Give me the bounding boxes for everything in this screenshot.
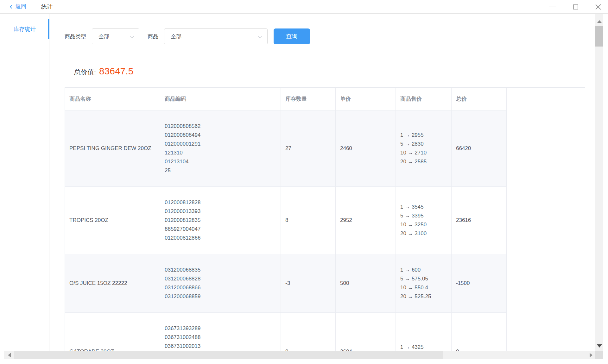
scroll-down-arrow-icon[interactable] xyxy=(597,344,602,348)
vertical-scrollbar-track[interactable] xyxy=(595,14,603,351)
code-line: 036731002488 xyxy=(165,333,200,342)
unit-price-cell: 2460 xyxy=(336,110,396,186)
app-window: 返回 统计 库存统计 商品类型 全部 商品 全部 查询 总价值: 83647.5 xyxy=(0,0,608,364)
back-button[interactable]: 返回 xyxy=(10,3,26,10)
tier-line: 10 → 550.4 xyxy=(400,283,428,292)
product-type-select[interactable]: 全部 xyxy=(92,28,139,44)
total-cell: 23616 xyxy=(452,187,507,254)
chevron-down-icon xyxy=(130,34,134,38)
product-label: 商品 xyxy=(148,33,158,40)
minimize-button[interactable] xyxy=(547,0,559,14)
tier-line: 1 → 4325 xyxy=(400,343,424,352)
close-icon xyxy=(595,3,602,10)
tier-line: 20 → 3100 xyxy=(400,229,427,238)
code-line: 031200068866 xyxy=(165,283,200,292)
code-line: 031200068835 xyxy=(165,266,200,274)
stock-cell: 8 xyxy=(281,187,336,254)
back-label: 返回 xyxy=(16,3,26,10)
code-line: 885927004047 xyxy=(165,225,200,234)
code-line: 036731393289 xyxy=(165,324,200,333)
total-value-line: 总价值: 83647.5 xyxy=(74,66,133,77)
code-line: 25 xyxy=(165,166,171,175)
table-header-row: 商品名称商品编码库存数量单价商品售价总价 xyxy=(65,88,507,110)
tier-line: 5 → 575.05 xyxy=(400,274,428,283)
bottom-spacer xyxy=(0,359,608,364)
vertical-scrollbar-thumb[interactable] xyxy=(595,26,603,47)
product-codes-cell: 0312000688350312000688280312000688660312… xyxy=(160,254,281,312)
scroll-left-arrow-icon[interactable] xyxy=(8,353,11,357)
inventory-table: 商品名称商品编码库存数量单价商品售价总价 PEPSI TING GINGER D… xyxy=(65,87,585,364)
code-line: 121310 xyxy=(165,148,183,157)
page-title: 统计 xyxy=(41,3,53,10)
chevron-left-icon xyxy=(10,5,14,9)
scroll-up-arrow-icon[interactable] xyxy=(597,20,602,23)
tier-line: 1 → 3545 xyxy=(400,203,424,211)
code-line: 012000812828 xyxy=(165,198,200,207)
unit-price-cell: 500 xyxy=(336,254,396,312)
product-name-cell: O/S JUICE 15OZ 22222 xyxy=(65,254,160,312)
code-line: 031200068859 xyxy=(165,292,200,301)
code-line: 036731002013 xyxy=(165,342,200,351)
scrollbar-corner xyxy=(595,351,603,359)
tier-line: 20 → 2585 xyxy=(400,157,427,166)
product-select[interactable]: 全部 xyxy=(164,28,268,44)
code-line: 012000808494 xyxy=(165,131,200,140)
code-line: 01213104 xyxy=(165,157,189,166)
filter-bar: 商品类型 全部 商品 全部 查询 xyxy=(65,28,310,44)
product-name-cell: PEPSI TING GINGER DEW 20OZ xyxy=(65,110,160,186)
total-value: 83647.5 xyxy=(99,66,133,77)
tier-line: 10 → 3250 xyxy=(400,220,427,229)
maximize-button[interactable] xyxy=(570,0,582,14)
product-type-label: 商品类型 xyxy=(65,33,86,40)
maximize-icon xyxy=(573,4,578,9)
code-line: 012000001291 xyxy=(165,140,200,148)
price-tiers-cell: 1 → 6005 → 575.0510 → 550.420 → 525.25 xyxy=(396,254,452,312)
code-line: 012000808562 xyxy=(165,122,200,131)
tier-line: 20 → 525.25 xyxy=(400,292,431,301)
query-button[interactable]: 查询 xyxy=(274,28,310,44)
sidebar-item-inventory-stats[interactable]: 库存统计 xyxy=(14,25,36,33)
column-header: 商品编码 xyxy=(160,88,281,110)
column-header: 总价 xyxy=(452,88,507,110)
scroll-right-arrow-icon[interactable] xyxy=(590,353,592,357)
product-name-cell: TROPICS 20OZ xyxy=(65,187,160,254)
product-codes-cell: 0120008128280120000133930120008128358859… xyxy=(160,187,281,254)
tier-line: 1 → 600 xyxy=(400,266,421,274)
sidebar-divider xyxy=(49,14,49,351)
tier-line: 1 → 2955 xyxy=(400,131,424,140)
table-row: PEPSI TING GINGER DEW 20OZ01200080856201… xyxy=(65,110,507,187)
close-button[interactable] xyxy=(592,0,604,14)
table-row: O/S JUICE 15OZ 2222203120006883503120006… xyxy=(65,254,507,313)
product-type-value: 全部 xyxy=(98,33,109,40)
titlebar: 返回 统计 xyxy=(0,0,608,14)
column-header: 商品名称 xyxy=(65,88,160,110)
column-header: 库存数量 xyxy=(281,88,336,110)
column-header: 商品售价 xyxy=(396,88,452,110)
chevron-down-icon xyxy=(258,34,262,38)
column-header: 单价 xyxy=(336,88,396,110)
tier-line: 10 → 2710 xyxy=(400,148,427,157)
unit-price-cell: 2952 xyxy=(336,187,396,254)
table-filler-column xyxy=(507,88,585,364)
code-line: 012000812866 xyxy=(165,234,200,242)
minimize-icon xyxy=(549,7,556,7)
stock-cell: -3 xyxy=(281,254,336,312)
total-value-label: 总价值: xyxy=(74,68,96,77)
product-codes-cell: 0120008085620120008084940120000012911213… xyxy=(160,110,281,186)
code-line: 012000812835 xyxy=(165,216,200,225)
price-tiers-cell: 1 → 29555 → 283010 → 271020 → 2585 xyxy=(396,110,452,186)
tier-line: 5 → 3395 xyxy=(400,211,424,220)
code-line: 031200068828 xyxy=(165,274,200,283)
total-cell: -1500 xyxy=(452,254,507,312)
table-row: TROPICS 20OZ0120008128280120000133930120… xyxy=(65,187,507,254)
stock-cell: 27 xyxy=(281,110,336,186)
product-value: 全部 xyxy=(171,33,181,40)
tier-line: 5 → 2830 xyxy=(400,140,424,148)
active-tab-indicator xyxy=(48,19,49,39)
price-tiers-cell: 1 → 35455 → 339510 → 325020 → 3100 xyxy=(396,187,452,254)
code-line: 012000013393 xyxy=(165,207,200,216)
total-cell: 66420 xyxy=(452,110,507,186)
horizontal-scrollbar-thumb[interactable] xyxy=(14,351,443,359)
